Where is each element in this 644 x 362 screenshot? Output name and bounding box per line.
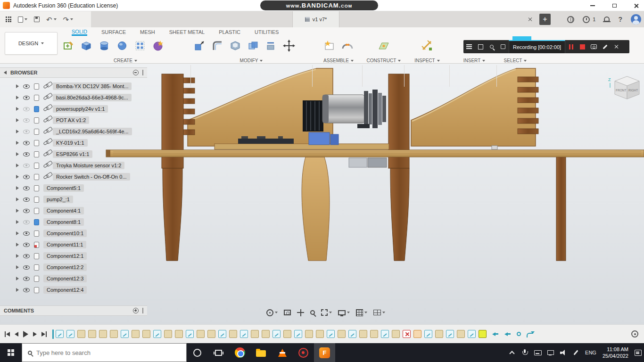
browser-item-label[interactable]: Component5:1 [43,184,84,192]
grid-settings-icon[interactable] [356,309,367,316]
browser-item-label[interactable]: Component12:1 [43,252,87,260]
screenshot-button[interactable] [588,40,599,53]
timeline-feature-sketch-icon[interactable] [468,330,476,338]
timeline-feature-body-icon[interactable] [435,330,443,338]
shell-icon[interactable] [228,38,242,53]
timeline-feature-sketch-icon[interactable] [294,330,302,338]
visibility-eye-icon[interactable] [23,265,30,270]
cortana-button[interactable] [187,343,208,362]
visibility-eye-icon[interactable] [23,254,30,258]
construction-plane-icon[interactable] [377,38,391,53]
chrome-icon[interactable] [229,343,250,362]
visibility-eye-icon[interactable] [23,197,30,202]
timeline-feature-sketch-icon[interactable] [348,330,356,338]
timeline-feature-sketch-icon[interactable] [424,330,432,338]
timeline-settings-gear-icon[interactable] [631,330,638,337]
combine-icon[interactable] [246,38,260,53]
visibility-eye-icon[interactable] [23,130,30,134]
timeline-feature-body-icon[interactable] [207,330,215,338]
browser-item-label[interactable]: Component12:3 [43,275,87,282]
expand-arrow-icon[interactable] [16,141,19,145]
browser-item[interactable]: Rocker Switch - On-Off-On 0... [16,171,147,182]
taskbar-search[interactable] [22,343,187,362]
expand-arrow-icon[interactable] [16,220,19,224]
browser-item-label[interactable]: powersupply24v v1:1 [53,105,108,113]
stop-recording-button[interactable] [577,40,588,53]
timeline-feature-body-icon[interactable] [142,330,150,338]
browser-item[interactable]: Component4:1 [16,205,147,216]
visibility-eye-icon[interactable] [23,175,30,179]
timeline-feature-sketch-icon[interactable] [121,330,129,338]
expand-arrow-icon[interactable] [16,107,19,111]
create-form-icon[interactable] [151,38,165,53]
timeline-feature-body-icon[interactable] [164,330,172,338]
timeline-return-icon[interactable] [527,333,533,337]
browser-item[interactable]: Component12:4 [16,284,147,296]
search-input[interactable] [36,349,181,356]
skip-to-end-button[interactable] [41,331,47,337]
visibility-eye-icon[interactable] [23,141,30,145]
pause-recording-button[interactable] [565,40,577,53]
timeline-feature-body-icon[interactable] [392,330,400,338]
save-button[interactable] [34,16,40,22]
tab-sheet-metal[interactable]: SHEET METAL [169,29,205,36]
zoom-icon[interactable] [310,310,315,315]
job-status-icon[interactable] [583,16,590,23]
pan-icon[interactable] [297,309,304,316]
timeline-feature-body-icon[interactable] [251,330,259,338]
pen-icon[interactable] [572,349,579,356]
browser-item[interactable]: ESP8266 v1:1 [16,148,147,160]
expand-arrow-icon[interactable] [16,118,19,122]
comments-header[interactable]: COMMENTS [0,305,147,316]
timeline-feature-error-icon[interactable] [403,330,411,338]
document-tab[interactable]: v1 v7* [292,11,339,27]
timeline-feature-body-icon[interactable] [283,330,291,338]
expand-arrow-icon[interactable] [16,152,19,156]
recording-zoom-icon[interactable] [486,40,497,53]
display-tray-icon[interactable] [547,349,553,356]
recording-fit-icon[interactable] [475,40,486,53]
recording-close-button[interactable] [611,40,622,53]
panel-grip[interactable] [142,70,143,75]
tab-mesh[interactable]: MESH [140,29,155,36]
expand-arrow-icon[interactable] [16,96,19,99]
timeline-feature-body-icon[interactable] [457,330,465,338]
bandicam-icon[interactable] [293,343,314,362]
expand-arrow-icon[interactable] [16,209,19,213]
group-select-dropdown[interactable]: SELECT [500,58,531,63]
action-center-icon[interactable] [635,349,641,356]
browser-item[interactable]: Component10:1 [16,228,147,239]
extensions-icon[interactable] [567,16,574,23]
browser-item-label[interactable]: pump2_:1 [43,196,73,203]
visibility-eye-icon[interactable] [23,220,30,224]
browser-item[interactable]: _LCD16x2.95a6d64c-569f-4e... [16,126,147,137]
browser-item-label[interactable]: POT AX v1:2 [53,116,89,124]
browser-item[interactable]: powersupply24v v1:1 [16,103,147,115]
browser-item-label[interactable]: Component4:1 [43,207,84,214]
viewcube-right-face[interactable]: RIGHT [628,89,638,92]
timeline-feature-sketch-icon[interactable] [66,330,74,338]
fillet-icon[interactable] [210,38,224,53]
volume-icon[interactable] [560,349,566,356]
microphone-icon[interactable] [521,349,528,356]
visibility-eye-icon[interactable] [23,107,30,111]
group-create-dropdown[interactable]: CREATE [61,58,190,63]
maximize-button[interactable] [606,0,622,11]
visibility-eye-icon[interactable] [23,152,30,156]
visibility-eye-icon[interactable] [23,96,30,100]
language-indicator[interactable]: ENG [585,350,596,355]
app-grid-icon[interactable] [6,16,11,22]
timeline-feature-body-icon[interactable] [88,330,96,338]
measure-icon[interactable] [420,38,434,53]
sphere-icon[interactable] [115,38,129,53]
box-icon[interactable] [79,38,93,53]
step-forward-button[interactable] [33,332,37,337]
timeline-feature-body-icon[interactable] [359,330,367,338]
tab-close-button[interactable] [524,14,536,25]
timeline-feature-body-icon[interactable] [229,330,237,338]
start-button[interactable] [0,343,22,362]
timeline-feature-body-icon[interactable] [338,330,346,338]
browser-item[interactable]: Troyka Moisture sensor v1:2 [16,160,147,171]
timeline-undo-icon[interactable] [492,331,499,337]
expand-arrow-icon[interactable] [16,130,19,133]
